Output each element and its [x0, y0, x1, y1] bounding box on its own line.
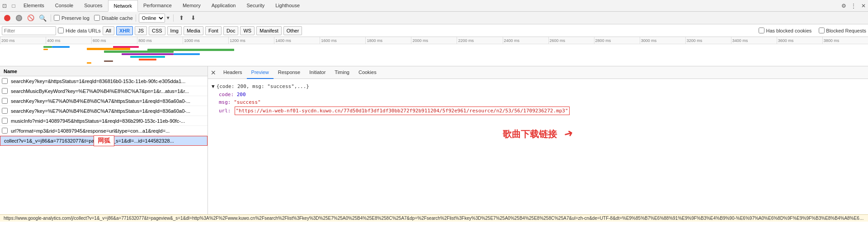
ruler-tick: 400 ms — [46, 37, 91, 44]
filter-media-btn[interactable]: Media — [184, 26, 203, 35]
filter-img-btn[interactable]: Img — [167, 26, 182, 35]
row-name-cell: searchKey?key=%E7%A0%B4%E8%8C%A7&httpsSt… — [9, 108, 208, 114]
filter-font-btn[interactable]: Font — [205, 26, 222, 35]
has-blocked-cookies-checkbox[interactable] — [759, 28, 764, 33]
hide-data-urls-checkbox[interactable] — [58, 28, 64, 33]
detail-close-button[interactable]: ✕ — [208, 66, 219, 79]
timeline-bars — [0, 44, 868, 66]
ruler-tick: 3800 ms — [822, 37, 868, 44]
devtools-icon-2[interactable]: □ — [9, 1, 18, 10]
detail-tabs: ✕ Headers Preview Response Initiator Tim… — [208, 66, 868, 79]
throttle-select[interactable]: Online — [139, 14, 165, 23]
filter-ws-btn[interactable]: WS — [240, 26, 255, 35]
table-row[interactable]: musicInfo?mid=140897945&httpsStatus=1&re… — [0, 116, 208, 126]
timeline-bar — [43, 46, 52, 48]
detail-tab-initiator[interactable]: Initiator — [305, 66, 330, 79]
ruler-tick: 2600 ms — [548, 37, 594, 44]
tab-security[interactable]: Security — [241, 0, 270, 12]
row-checkbox-cell — [0, 78, 9, 84]
timeline-bar — [43, 49, 48, 50]
more-icon[interactable]: ⋮ — [849, 1, 858, 10]
disable-cache-text: Disable cache — [102, 15, 133, 21]
detail-tab-timing[interactable]: Timing — [330, 66, 354, 79]
row-checkbox[interactable] — [2, 128, 8, 134]
row-checkbox[interactable] — [2, 118, 8, 124]
tab-elements[interactable]: Elements — [18, 0, 50, 12]
detail-panel: ✕ Headers Preview Response Initiator Tim… — [208, 66, 868, 214]
timeline-bar — [139, 59, 156, 60]
separator-2 — [136, 14, 136, 22]
tab-performance[interactable]: Performance — [138, 0, 177, 12]
ruler-tick: 2200 ms — [457, 37, 502, 44]
detail-tab-response[interactable]: Response — [274, 66, 305, 79]
tab-memory[interactable]: Memory — [177, 0, 206, 12]
separator-3 — [173, 14, 174, 22]
devtools-icon-1[interactable]: ⊡ — [0, 1, 9, 10]
table-row[interactable]: url?format=mp3&rid=140897945&response=ur… — [0, 126, 208, 136]
row-checkbox-cell — [0, 98, 9, 104]
blocked-requests-label[interactable]: Blocked Requests — [819, 28, 866, 33]
disable-cache-label[interactable]: Disable cache — [94, 15, 133, 21]
stop-button[interactable] — [14, 13, 24, 23]
tab-sources[interactable]: Sources — [79, 0, 108, 12]
row-checkbox[interactable] — [2, 78, 8, 84]
detail-tab-headers[interactable]: Headers — [219, 66, 247, 79]
preserve-log-checkbox[interactable] — [54, 15, 60, 21]
tab-lighthouse[interactable]: Lighthouse — [270, 0, 305, 12]
selected-request-row[interactable]: collect?v=1&_v=j86&a=771632077&t=pagevie… — [0, 136, 208, 146]
timeline-bar — [174, 53, 200, 55]
row-checkbox[interactable] — [2, 108, 8, 114]
filter-css-btn[interactable]: CSS — [149, 26, 165, 35]
filter-xhr-btn[interactable]: XHR — [116, 26, 133, 35]
devtools-tab-bar: ⊡ □ Elements Console Sources Network Per… — [0, 0, 868, 12]
has-blocked-cookies-label[interactable]: Has blocked cookies — [759, 28, 811, 33]
row-name-cell: searchMusicByKeyWord?key=%E7%A0%B4%E8%8C… — [9, 88, 208, 94]
blocked-requests-checkbox[interactable] — [819, 28, 825, 33]
filter-other-btn[interactable]: Other — [283, 26, 302, 35]
close-devtools-icon[interactable]: ✕ — [859, 1, 868, 10]
tab-network[interactable]: Network — [108, 0, 138, 12]
json-root-line: ▼ {code: 200, msg: "success",...} — [212, 83, 864, 91]
settings-icon[interactable]: ⚙ — [839, 1, 848, 10]
clear-button[interactable]: 🚫 — [25, 13, 36, 23]
preserve-log-label[interactable]: Preserve log — [54, 15, 90, 21]
table-row[interactable]: searchKey?key=%E7%A0%B4%E8%8C%A7&httpsSt… — [0, 96, 208, 106]
row-checkbox-cell — [0, 118, 9, 124]
detail-tab-cookies[interactable]: Cookies — [354, 66, 381, 79]
annotation-row: collect?v=1&_v=j86&a=771632077&t=pagevie… — [0, 136, 208, 146]
requests-panel: Name searchKey?key=&httpsStatus=1&reqId=… — [0, 66, 208, 214]
code-key: code: — [219, 92, 234, 97]
ruler-tick: 1400 ms — [274, 37, 320, 44]
search-button[interactable]: 🔍 — [37, 13, 48, 23]
row-checkbox[interactable] — [2, 98, 8, 104]
row-checkbox[interactable] — [2, 88, 8, 94]
filter-manifest-btn[interactable]: Manifest — [256, 26, 282, 35]
timeline-bar — [104, 60, 113, 62]
filter-doc-btn[interactable]: Doc — [223, 26, 239, 35]
import-button[interactable]: ⬆ — [176, 13, 187, 23]
ruler-tick: 800 ms — [137, 37, 183, 44]
ruler-tick: 2400 ms — [503, 37, 548, 44]
table-row[interactable]: searchKey?key=%E7%A0%B4%E8%8C%A7&httpsSt… — [0, 106, 208, 116]
table-row[interactable]: searchKey?key=&httpsStatus=1&reqId=83681… — [0, 76, 208, 86]
upload-icon: ⬆ — [179, 14, 184, 21]
json-code-line: code: 200 — [219, 91, 864, 99]
disable-cache-checkbox[interactable] — [94, 15, 100, 21]
msg-key: msg: — [219, 99, 231, 105]
expand-icon[interactable]: ▼ — [212, 83, 215, 91]
record-button[interactable] — [2, 13, 13, 23]
row-name-cell: musicInfo?mid=140897945&httpsStatus=1&re… — [9, 118, 208, 124]
json-body: code: 200 msg: "success" url: "https://w… — [212, 91, 864, 116]
url-bottom-bar: https://www.google-analytics.com/j/colle… — [0, 214, 868, 222]
detail-tab-preview[interactable]: Preview — [247, 66, 274, 79]
filter-all-btn[interactable]: All — [103, 26, 114, 35]
hide-data-urls-label[interactable]: Hide data URLs — [58, 28, 101, 33]
filter-input[interactable] — [2, 26, 56, 35]
tab-application[interactable]: Application — [206, 0, 241, 12]
tab-console[interactable]: Console — [50, 0, 79, 12]
row-name-cell: url?format=mp3&rid=140897945&response=ur… — [9, 128, 208, 134]
filter-js-btn[interactable]: JS — [135, 26, 147, 35]
export-button[interactable]: ⬇ — [188, 13, 199, 23]
timeline-bar — [147, 49, 234, 51]
table-row[interactable]: searchMusicByKeyWord?key=%E7%A0%B4%E8%8C… — [0, 86, 208, 96]
